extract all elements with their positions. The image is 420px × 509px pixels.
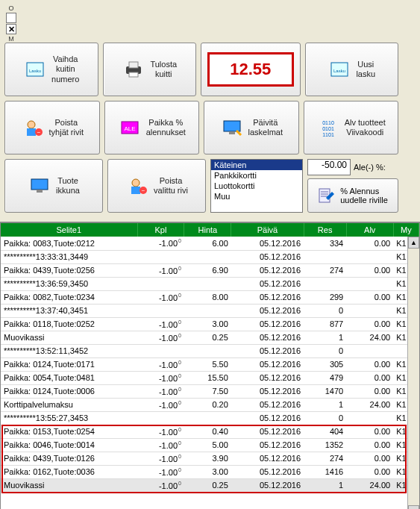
payment-option[interactable]: Käteinen [211,160,302,170]
cell-hinta [184,411,231,425]
table-row[interactable]: **********13:36:59,345005.12.2016K1 [1,277,419,290]
discount-input[interactable]: -50.00 [307,159,351,175]
button-label: Poista tyhjät rivit [49,118,84,137]
discount-new-row-button[interactable]: % Alennus uudelle riville [307,178,398,213]
cell-kpl: -1.000 [137,317,184,331]
svg-rect-24 [319,189,330,202]
table-row[interactable]: Paikka: 0046,Tuote:0014-1.0005.0005.12.2… [1,438,419,452]
cell-hinta: 0.20 [184,398,231,411]
new-invoice-button[interactable]: Lasku Uusi lasku [305,43,399,96]
cell-res: 479 [304,371,346,384]
location-discount-button[interactable]: ALE Paikka % alennukset [104,101,200,154]
print-receipt-button[interactable]: Tulosta kuitti [103,43,197,96]
col-hinta[interactable]: Hinta [184,223,231,237]
discount-column: -50.00 Ale(-) %: % Alennus uudelle rivil… [307,159,398,213]
button-label: Paikka % alennukset [146,118,186,137]
payment-option[interactable]: Luottokortti [211,181,302,191]
cell-paiva: 05.12.2016 [231,290,304,304]
cell-selite: **********13:55:27,3453 [1,411,137,425]
svg-rect-3 [129,62,138,68]
table-row[interactable]: Paikka: 0083,Tuote:0212-1.0006.0005.12.2… [1,237,419,250]
cell-selite: Paikka: 0439,Tuote:0126 [1,452,137,465]
cell-selite: **********13:37:40,3451 [1,304,137,317]
cell-hinta: 0.25 [184,478,231,492]
side-label-o: O [4,4,18,12]
svg-rect-21 [131,187,140,194]
payment-option[interactable]: Pankkikortti [211,170,302,181]
table-row[interactable]: Paikka: 0162,Tuote:0036-1.0003.0005.12.2… [1,465,419,478]
col-alv[interactable]: Alv [346,223,393,237]
col-paiva[interactable]: Päivä [231,223,304,237]
scroll-up-icon[interactable]: ▲ [408,237,419,249]
button-label: Tulosta kuitti [150,60,177,79]
cell-alv: 0.00 [346,452,393,465]
payment-method-list[interactable]: KäteinenPankkikorttiLuottokorttiMuu [210,159,303,213]
table-row[interactable]: Muovikassi-1.0000.2505.12.2016124.00K1 [1,478,419,492]
table-row[interactable]: Paikka: 0153,Tuote:0254-1.0000.4005.12.2… [1,425,419,438]
svg-point-7 [28,121,35,128]
svg-text:0110: 0110 [322,120,334,125]
product-window-button[interactable]: Tuote ikkuna [4,159,103,213]
data-grid[interactable]: Selite1 Kpl Hinta Päivä Res Alv My Paikk… [0,222,420,509]
cell-kpl: -1.000 [137,237,184,250]
svg-rect-19 [37,190,43,193]
remove-empty-rows-button[interactable]: − Poista tyhjät rivit [4,101,100,154]
cell-paiva: 05.12.2016 [231,371,304,384]
vertical-scrollbar[interactable]: ▲ ▼ [407,237,419,509]
change-receipt-number-button[interactable]: Lasku Vaihda kuitin numero [4,43,98,96]
vat-barcode-button[interactable]: 011001011101 Alv tuotteet Viivakoodi [304,101,399,154]
remove-selected-row-button[interactable]: − Poista valittu rivi [107,159,206,213]
scroll-down-icon[interactable]: ▼ [408,505,419,509]
cell-kpl: -1.000 [137,290,184,304]
cell-alv [346,277,393,290]
table-row[interactable]: Paikka: 0124,Tuote:0171-1.0005.5005.12.2… [1,357,419,371]
col-res[interactable]: Res [304,223,346,237]
col-kpl[interactable]: Kpl [137,223,184,237]
col-my[interactable]: My [393,223,419,237]
payment-option[interactable]: Muu [211,191,302,202]
cell-hinta [184,277,231,290]
toolbar-row-2: − Poista tyhjät rivit ALE Paikka % alenn… [4,101,398,154]
cell-res: 877 [304,317,346,331]
checkbox-m[interactable]: ✕ [6,24,16,34]
col-selite1[interactable]: Selite1 [1,223,137,237]
table-row[interactable]: **********13:55:27,345305.12.20160K1 [1,411,419,425]
cell-kpl: -1.000 [137,465,184,478]
cell-hinta: 5.50 [184,357,231,371]
cell-selite: **********13:52:11,3452 [1,344,137,357]
table-row[interactable]: Korttipalvelumaksu-1.0000.2005.12.201612… [1,398,419,411]
side-checkboxes: O ✕ M [4,4,18,43]
table-row[interactable]: Paikka: 0439,Tuote:0256-1.0006.9005.12.2… [1,263,419,277]
table-row[interactable]: Muovikassi-1.0000.2505.12.2016124.00K1 [1,331,419,344]
table-row[interactable]: **********13:37:40,345105.12.20160K1 [1,304,419,317]
button-label: Poista valittu rivi [154,176,188,196]
table-row[interactable]: Paikka: 0439,Tuote:0126-1.0003.9005.12.2… [1,452,419,465]
cell-hinta: 15.50 [184,371,231,384]
table-row[interactable]: **********13:52:11,345205.12.20160 [1,344,419,357]
svg-text:−: − [37,129,40,136]
refresh-calc-button[interactable]: Päivitä laskelmat [204,101,299,154]
cell-paiva: 05.12.2016 [231,250,304,263]
table-row[interactable]: Paikka: 0118,Tuote:0252-1.0003.0005.12.2… [1,317,419,331]
cell-alv: 0.00 [346,290,393,304]
cell-alv: 0.00 [346,384,393,398]
table-row[interactable]: Paikka: 0124,Tuote:0006-1.0007.5005.12.2… [1,384,419,398]
cell-alv: 0.00 [346,357,393,371]
cell-hinta [184,304,231,317]
cell-res: 1470 [304,384,346,398]
cell-selite: Korttipalvelumaksu [1,398,137,411]
total-display: 12.55 [201,43,301,96]
table-row[interactable]: Paikka: 0054,Tuote:0481-1.00015.5005.12.… [1,371,419,384]
cell-kpl: -1.000 [137,438,184,452]
toolbar-panel: O ✕ M Lasku Vaihda kuitin numero Tulosta… [0,0,420,222]
cell-kpl: -1.000 [137,331,184,344]
cell-res: 1 [304,478,346,492]
monitor-icon [220,116,244,140]
discount-label: Ale(-) %: [354,163,386,172]
cell-selite: Paikka: 0082,Tuote:0234 [1,290,137,304]
table-row[interactable]: **********13:33:31,344905.12.2016K1 [1,250,419,263]
cell-selite: Paikka: 0162,Tuote:0036 [1,465,137,478]
table-row[interactable]: Paikka: 0082,Tuote:0234-1.0008.0005.12.2… [1,290,419,304]
checkbox-o[interactable] [6,13,16,23]
cell-kpl: -1.000 [137,478,184,492]
